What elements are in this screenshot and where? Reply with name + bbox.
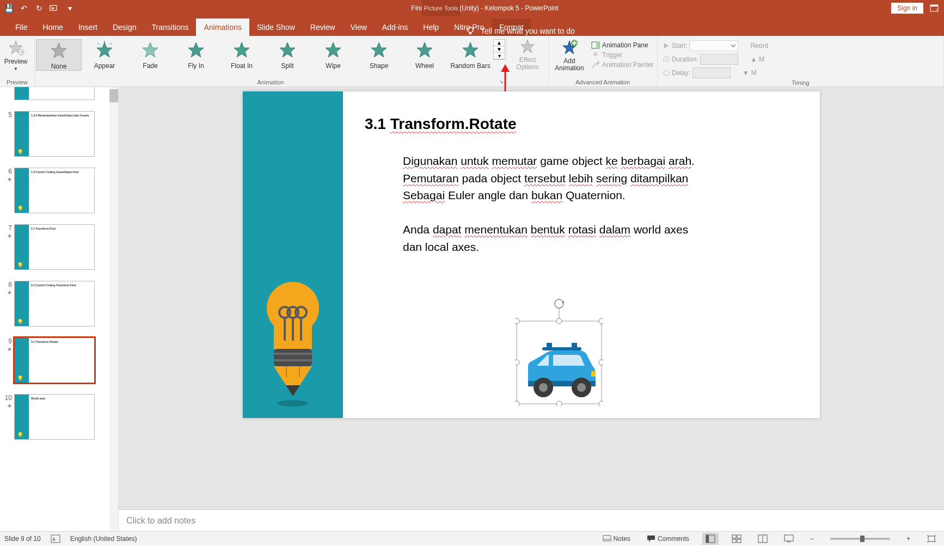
svg-rect-45 <box>51 535 60 543</box>
star-wheel-icon <box>415 40 434 60</box>
tab-slideshow[interactable]: Slide Show <box>249 19 303 36</box>
svg-rect-50 <box>732 535 736 538</box>
tab-animations[interactable]: Animations <box>196 19 249 36</box>
svg-rect-52 <box>732 539 736 543</box>
thumbnail-slide-6[interactable]: 6★ 1.3 Contoh Coding GameObject.Find· · … <box>0 164 118 221</box>
tab-design[interactable]: Design <box>105 19 144 36</box>
zoom-out-button[interactable]: − <box>807 535 817 543</box>
svg-point-31 <box>515 360 519 365</box>
save-icon[interactable]: 💾 <box>3 3 14 14</box>
svg-line-7 <box>97 43 99 45</box>
comments-icon <box>647 535 655 543</box>
edit-area: 3.1 Transform.Rotate Digunakan untuk mem… <box>119 87 944 531</box>
zoom-in-button[interactable]: + <box>903 535 914 543</box>
slideshow-view-button[interactable] <box>781 533 797 545</box>
sign-in-button[interactable]: Sign in <box>891 3 923 14</box>
tell-me-search[interactable]: Tell me what you want to do <box>465 26 575 36</box>
animation-pane-button[interactable]: Animation Pane <box>589 40 656 50</box>
thumbnail-slide-5[interactable]: 5 1.3.2 Menambahkan GameObject dari Asse… <box>0 108 118 164</box>
tab-addins[interactable]: Add-ins <box>375 19 415 36</box>
qat-customize-icon[interactable]: ▾ <box>64 3 75 14</box>
notes-icon <box>603 535 611 543</box>
selected-car-object[interactable] <box>515 297 603 406</box>
anim-floatin[interactable]: Float In <box>219 39 265 70</box>
status-bar: Slide 9 of 10 English (United States) No… <box>0 531 944 545</box>
ribbon-content: Preview ▼ Preview None Appear Fade Fly I… <box>0 36 944 87</box>
chevron-down-icon: ▼ <box>14 66 18 71</box>
reorder-label: Reord <box>750 42 768 50</box>
preview-button[interactable]: Preview ▼ <box>1 39 30 71</box>
quick-access-toolbar: 💾 ↶ ↻ ▾ <box>0 3 78 14</box>
notes-toggle[interactable]: Notes <box>599 535 634 543</box>
window-title: Find and Rotate (Unity) - Kelompok 5 - P… <box>78 4 891 12</box>
star-flyin-icon <box>186 40 206 60</box>
thumbnail-slide-8[interactable]: 8★ 2.2 Contoh Coding Transform.Find· · ·… <box>0 278 118 334</box>
rotate-handle-icon <box>555 299 565 321</box>
redo-icon[interactable]: ↻ <box>34 3 45 14</box>
tell-me-label: Tell me what you want to do <box>481 27 575 35</box>
gallery-scroll: ▲ ▼ ▾ <box>493 39 505 60</box>
tab-review[interactable]: Review <box>303 19 343 36</box>
tab-home[interactable]: Home <box>35 19 71 36</box>
car-icon <box>528 343 596 397</box>
start-play-icon <box>663 42 670 49</box>
start-select <box>689 40 738 51</box>
add-animation-button[interactable]: Add Animation <box>550 39 589 72</box>
trigger-icon <box>591 51 600 59</box>
star-fade-icon <box>140 40 160 60</box>
lightbulb-icon <box>465 26 475 36</box>
anim-fade[interactable]: Fade <box>127 39 173 70</box>
main-area: 5 1.3.2 Menambahkan GameObject dari Asse… <box>0 87 944 531</box>
spellcheck-icon[interactable] <box>51 534 60 543</box>
group-timing-label: Timing <box>659 79 942 87</box>
svg-rect-20 <box>274 349 312 366</box>
language-indicator[interactable]: English (United States) <box>70 535 137 543</box>
svg-rect-2 <box>930 5 938 7</box>
preview-label: Preview <box>4 58 28 65</box>
slide-canvas[interactable]: 3.1 Transform.Rotate Digunakan untuk mem… <box>119 87 944 506</box>
undo-icon[interactable]: ↶ <box>19 3 29 14</box>
normal-view-button[interactable] <box>702 533 719 545</box>
anim-wheel[interactable]: Wheel <box>402 39 448 70</box>
svg-point-15 <box>278 400 308 407</box>
animation-dialog-launcher[interactable]: ↘ <box>498 78 505 85</box>
anim-wipe[interactable]: Wipe <box>310 39 356 70</box>
anim-flyin[interactable]: Fly In <box>173 39 219 70</box>
anim-randombars[interactable]: Random Bars <box>448 39 493 70</box>
thumbnail-scrollbar[interactable] <box>109 87 118 531</box>
thumbnail-slide-10[interactable]: 10★ World axes· · ·· · · 💡 <box>0 391 118 447</box>
ribbon-display-options-icon[interactable] <box>929 3 940 14</box>
thumbnail-slide-7[interactable]: 7★ 2.1 Transform.Find· · ·· · · 💡 <box>0 221 118 278</box>
svg-rect-22 <box>274 359 312 361</box>
tab-view[interactable]: View <box>343 19 375 36</box>
tab-transitions[interactable]: Transitions <box>144 19 197 36</box>
reading-view-button[interactable] <box>755 533 771 545</box>
anim-split[interactable]: Split <box>265 39 310 70</box>
star-floatin-icon <box>232 40 252 60</box>
slide-text-body: Digunakan untuk memutar game object ke b… <box>365 152 798 255</box>
slide-indicator[interactable]: Slide 9 of 10 <box>4 535 41 543</box>
fit-to-window-button[interactable] <box>923 533 940 545</box>
slide-sorter-button[interactable] <box>728 533 745 545</box>
ribbon-tabs: File Home Insert Design Transitions Anim… <box>0 16 944 36</box>
anim-shape[interactable]: Shape <box>356 39 402 70</box>
notes-placeholder: Click to add notes <box>126 516 195 526</box>
start-from-beginning-icon[interactable] <box>49 3 60 14</box>
anim-none[interactable]: None <box>36 39 82 71</box>
tab-file[interactable]: File <box>8 19 35 36</box>
thumbnail-pane[interactable]: 5 1.3.2 Menambahkan GameObject dari Asse… <box>0 87 119 531</box>
comments-toggle[interactable]: Comments <box>643 535 692 543</box>
svg-point-34 <box>556 401 562 406</box>
gallery-expand[interactable]: ▾ <box>494 53 505 59</box>
tab-insert[interactable]: Insert <box>71 19 105 36</box>
star-none-icon <box>49 41 69 60</box>
tab-help[interactable]: Help <box>415 19 446 36</box>
animation-painter-button: Animation Painter <box>589 60 656 70</box>
zoom-slider[interactable] <box>830 538 890 540</box>
thumbnail-slide-9[interactable]: 9★ 3.1 Transform.Rotate· · ·· · · 💡 <box>0 334 118 391</box>
gallery-scroll-down[interactable]: ▼ <box>494 46 505 53</box>
svg-rect-38 <box>572 343 577 348</box>
notes-pane[interactable]: Click to add notes <box>119 509 944 531</box>
anim-appear[interactable]: Appear <box>82 39 127 70</box>
gallery-scroll-up[interactable]: ▲ <box>494 40 505 46</box>
